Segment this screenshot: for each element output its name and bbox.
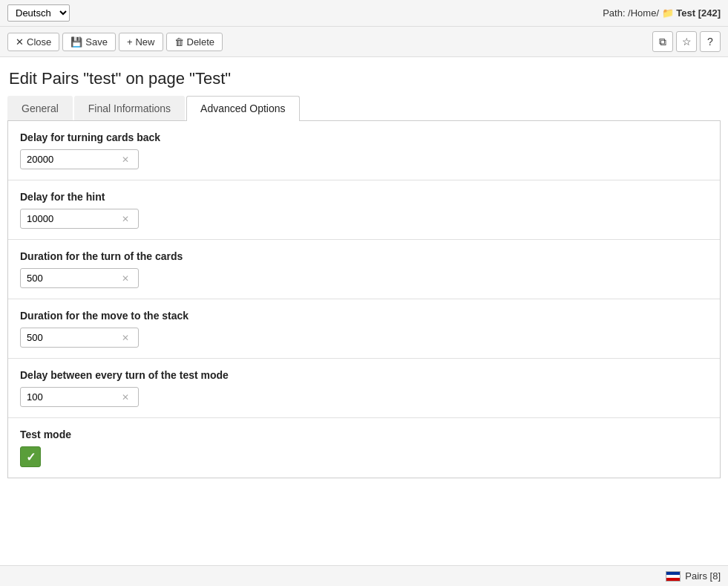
- top-bar: Deutsch English Français Path: /Home/ 📁 …: [0, 0, 728, 27]
- star-button[interactable]: ☆: [676, 31, 697, 52]
- field-delay-test-input[interactable]: [21, 388, 117, 406]
- path-prefix: Path: /Home/: [603, 7, 659, 19]
- language-select[interactable]: Deutsch English Français: [7, 4, 70, 22]
- tab-advanced-options[interactable]: Advanced Options: [186, 96, 299, 121]
- field-delay-turning-input[interactable]: [21, 150, 117, 169]
- toolbar: ✕ Close 💾 Save + New 🗑 Delete ⧉ ☆ ?: [0, 27, 728, 57]
- field-duration-turn-wrapper: ✕: [20, 268, 139, 288]
- field-test-mode-label: Test mode: [20, 429, 708, 440]
- help-button[interactable]: ?: [700, 31, 721, 52]
- tab-final-informations-label: Final Informations: [88, 102, 171, 114]
- field-test-mode: Test mode ✓: [8, 418, 720, 478]
- test-mode-checkbox[interactable]: ✓: [20, 446, 41, 467]
- field-duration-move-clear[interactable]: ✕: [117, 330, 134, 346]
- field-delay-hint: Delay for the hint ✕: [8, 180, 720, 240]
- field-delay-turning: Delay for turning cards back ✕: [8, 121, 720, 180]
- new-icon: +: [127, 36, 133, 48]
- folder-icon: 📁: [662, 7, 674, 19]
- save-label: Save: [85, 36, 108, 48]
- tab-general-label: General: [22, 102, 59, 114]
- delete-icon: 🗑: [174, 36, 184, 48]
- new-button[interactable]: + New: [119, 33, 163, 51]
- field-duration-move-wrapper: ✕: [20, 328, 139, 348]
- field-duration-turn-input[interactable]: [21, 269, 117, 287]
- field-delay-turning-label: Delay for turning cards back: [20, 131, 708, 143]
- star-icon: ☆: [682, 36, 692, 48]
- field-duration-move-label: Duration for the move to the stack: [20, 310, 708, 322]
- top-bar-right: Path: /Home/ 📁 Test [242]: [603, 7, 721, 19]
- external-link-button[interactable]: ⧉: [652, 31, 673, 52]
- close-icon: ✕: [16, 36, 24, 48]
- tab-advanced-options-label: Advanced Options: [200, 102, 285, 114]
- tab-final-informations[interactable]: Final Informations: [74, 96, 185, 120]
- field-delay-hint-clear[interactable]: ✕: [117, 211, 134, 227]
- new-label: New: [135, 36, 154, 48]
- field-delay-turning-clear[interactable]: ✕: [117, 152, 134, 168]
- save-icon: 💾: [70, 36, 82, 48]
- path-text: Path: /Home/ 📁 Test [242]: [603, 7, 721, 19]
- field-duration-move: Duration for the move to the stack ✕: [8, 299, 720, 359]
- top-bar-left: Deutsch English Français: [7, 4, 70, 22]
- field-delay-hint-label: Delay for the hint: [20, 191, 708, 203]
- field-duration-turn: Duration for the turn of the cards ✕: [8, 240, 720, 299]
- field-delay-hint-wrapper: ✕: [20, 209, 139, 229]
- content-area: Delay for turning cards back ✕ Delay for…: [7, 121, 721, 478]
- delete-label: Delete: [187, 36, 215, 48]
- field-delay-test-wrapper: ✕: [20, 387, 139, 407]
- help-icon: ?: [707, 36, 713, 48]
- field-delay-test-label: Delay between every turn of the test mod…: [20, 369, 708, 381]
- field-delay-turning-wrapper: ✕: [20, 149, 139, 169]
- field-delay-hint-input[interactable]: [21, 209, 117, 228]
- tab-general[interactable]: General: [7, 96, 73, 120]
- close-button[interactable]: ✕ Close: [7, 33, 59, 51]
- checkmark-icon: ✓: [26, 450, 36, 464]
- field-delay-test: Delay between every turn of the test mod…: [8, 359, 720, 418]
- external-link-icon: ⧉: [659, 36, 666, 48]
- path-page: Test [242]: [676, 7, 721, 19]
- save-button[interactable]: 💾 Save: [62, 33, 116, 51]
- tabs: General Final Informations Advanced Opti…: [7, 96, 721, 121]
- field-duration-turn-clear[interactable]: ✕: [117, 270, 134, 287]
- field-duration-turn-label: Duration for the turn of the cards: [20, 250, 708, 262]
- field-delay-test-clear[interactable]: ✕: [117, 389, 134, 406]
- delete-button[interactable]: 🗑 Delete: [166, 33, 223, 51]
- field-duration-move-input[interactable]: [21, 328, 117, 347]
- page-title: Edit Pairs "test" on page "Test": [0, 57, 728, 96]
- close-label: Close: [27, 36, 51, 48]
